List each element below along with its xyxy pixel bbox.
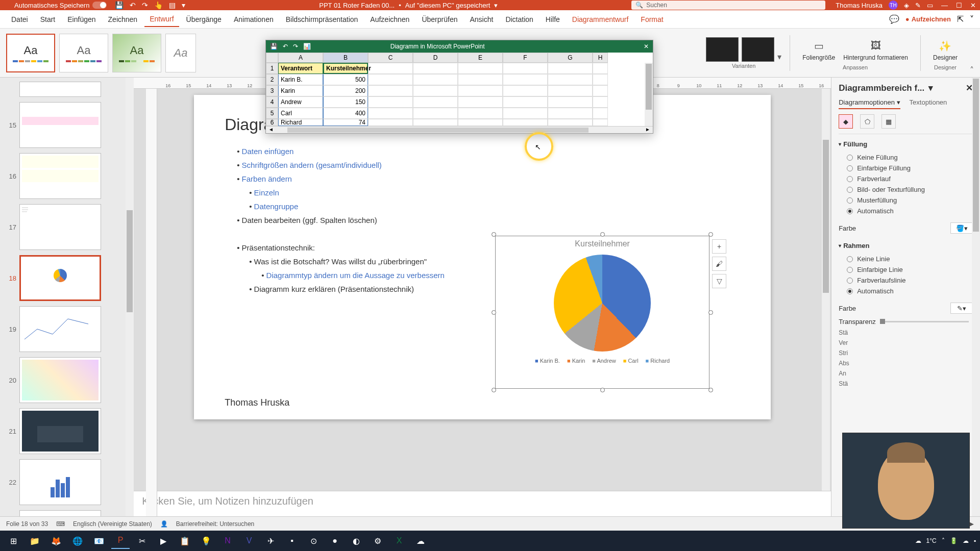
tab-datei[interactable]: Datei xyxy=(6,12,33,27)
row-header-1[interactable]: 1 xyxy=(266,63,278,74)
section-fill[interactable]: Füllung xyxy=(839,140,973,148)
col-header-g[interactable]: G xyxy=(548,53,593,63)
tab-zeichnen[interactable]: Zeichnen xyxy=(103,12,143,27)
user-avatar[interactable]: TH xyxy=(889,1,898,10)
variant-2[interactable] xyxy=(742,37,774,62)
variants-more-icon[interactable]: ▾ xyxy=(777,52,781,62)
share-icon[interactable]: ⇱ xyxy=(957,14,964,24)
datasheet-scroll-v[interactable] xyxy=(645,63,653,126)
row-header-4[interactable]: 4 xyxy=(266,96,278,108)
chart-title[interactable]: Kursteilnehmer xyxy=(496,239,709,248)
firefox-icon[interactable]: 🦊 xyxy=(47,533,65,549)
tab-hilfe[interactable]: Hilfe xyxy=(541,12,565,27)
tab-animationen[interactable]: Animationen xyxy=(229,12,279,27)
undo-icon[interactable]: ↶ xyxy=(130,1,136,9)
document-title[interactable]: PPT 01 Roter Faden 00... • Auf "diesem P… xyxy=(319,2,498,9)
radio-pattern-fill[interactable]: Musterfüllung xyxy=(847,195,973,206)
tab-dictation[interactable]: Dictation xyxy=(500,12,538,27)
border-color-button[interactable]: ✎▾ xyxy=(950,303,973,314)
col-header-d[interactable]: D xyxy=(413,53,458,63)
chevron-down-icon[interactable]: ▾ xyxy=(494,2,498,9)
thumb-20[interactable] xyxy=(19,357,101,403)
theme-2[interactable]: Aa xyxy=(59,34,108,72)
row-header-2[interactable]: 2 xyxy=(266,74,278,85)
col-header-c[interactable]: C xyxy=(368,53,413,63)
cell-a1[interactable]: Verantwort xyxy=(278,63,323,74)
col-header-a[interactable]: A xyxy=(278,53,323,63)
start-button[interactable]: ⊞ xyxy=(4,533,22,549)
size-props-icon[interactable]: ▦ xyxy=(881,114,896,129)
datasheet-header[interactable]: 💾 ↶ ↷ 📊 Diagramm in Microsoft PowerPoint… xyxy=(266,40,653,53)
tab-diagrammentwurf[interactable]: Diagrammentwurf xyxy=(567,12,633,27)
thumb-14-partial[interactable] xyxy=(19,82,101,97)
tab-aufzeichnen[interactable]: Aufzeichnen xyxy=(365,12,414,27)
radio-auto-line[interactable]: Automatisch xyxy=(847,286,973,296)
radio-gradient-line[interactable]: Farbverlaufslinie xyxy=(847,275,973,286)
thumb-21[interactable] xyxy=(19,408,101,454)
chart-object[interactable]: Kursteilnehmer Karin B. Karin Andrew Car… xyxy=(495,236,709,389)
settings-icon[interactable]: ⚙ xyxy=(369,533,387,549)
pane-tab-options[interactable]: Diagrammoptionen ▾ xyxy=(839,98,900,109)
cell-a2[interactable]: Karin B. xyxy=(278,74,323,85)
vlc-icon[interactable]: ▶ xyxy=(154,533,173,549)
radio-gradient-fill[interactable]: Farbverlauf xyxy=(847,173,973,184)
cell-b2[interactable]: 500 xyxy=(323,74,368,85)
select-all-cell[interactable] xyxy=(266,53,278,63)
close-button[interactable]: ✕ xyxy=(970,2,976,9)
cell-b6[interactable]: 74 xyxy=(323,119,368,126)
ds-chart-icon[interactable]: 📊 xyxy=(303,43,311,50)
telegram-icon[interactable]: ✈ xyxy=(261,533,280,549)
radio-no-fill[interactable]: Keine Füllung xyxy=(847,152,973,163)
thumb-16[interactable] xyxy=(19,153,101,199)
app-icon-4[interactable]: ⊙ xyxy=(304,533,323,549)
tray-cloud-icon[interactable]: ☁ xyxy=(963,537,969,544)
qat-dropdown-icon[interactable]: ▾ xyxy=(182,1,185,9)
format-background-button[interactable]: 🖼 Hintergrund formatieren xyxy=(839,36,912,63)
thumb-18[interactable] xyxy=(19,255,101,301)
fill-color-button[interactable]: 🪣▾ xyxy=(950,222,973,234)
chart-style-button[interactable]: 🖌 xyxy=(712,257,726,271)
app-icon-3[interactable]: ▪ xyxy=(283,533,301,549)
row-header-6[interactable]: 6 xyxy=(266,119,278,126)
temperature[interactable]: 1°C xyxy=(926,537,937,544)
teams-icon[interactable]: V xyxy=(240,533,258,549)
chrome-icon[interactable]: 🌐 xyxy=(68,533,87,549)
slide-canvas[interactable]: Diagramm e Daten einfügen Schriftgrößen … xyxy=(194,95,771,419)
tray-app-icon[interactable]: ▪ xyxy=(974,537,976,544)
record-button[interactable]: Aufzeichnen xyxy=(905,15,951,23)
tab-entwurf[interactable]: Entwurf xyxy=(144,12,179,27)
weather-icon[interactable]: ☁ xyxy=(915,537,921,544)
theme-1[interactable]: Aa xyxy=(6,34,55,72)
fill-line-icon[interactable]: ◆ xyxy=(839,114,853,129)
thumb-22[interactable] xyxy=(19,459,101,505)
autosave-toggle[interactable]: Automatisches Speichern xyxy=(14,2,107,9)
tab-uebergaenge[interactable]: Übergänge xyxy=(181,12,227,27)
cell-b4[interactable]: 150 xyxy=(323,96,368,108)
designer-button[interactable]: ✨ Designer xyxy=(929,36,962,63)
app-icon-7[interactable]: ☁ xyxy=(411,533,430,549)
radio-no-line[interactable]: Keine Linie xyxy=(847,254,973,264)
collapse-ribbon-icon[interactable]: ˅ xyxy=(970,14,974,24)
cell-b5[interactable]: 400 xyxy=(323,108,368,119)
cell-b3[interactable]: 200 xyxy=(323,85,368,96)
redo-icon[interactable]: ↷ xyxy=(142,1,148,9)
window-icon[interactable]: ▭ xyxy=(927,2,933,9)
powerpoint-icon[interactable]: P xyxy=(111,533,130,549)
save-icon[interactable]: 💾 xyxy=(115,1,124,9)
variant-1[interactable] xyxy=(706,37,739,62)
slide-counter[interactable]: Folie 18 von 33 xyxy=(6,520,48,528)
row-header-3[interactable]: 3 xyxy=(266,85,278,96)
collapse-icon[interactable]: ˄ xyxy=(970,65,974,75)
col-header-h[interactable]: H xyxy=(593,53,608,63)
tab-bildschirm[interactable]: Bildschirmpräsentation xyxy=(281,12,363,27)
language-indicator[interactable]: Englisch (Vereinigte Staaten) xyxy=(73,520,152,528)
toggle-switch[interactable] xyxy=(92,2,107,9)
comments-icon[interactable]: 💬 xyxy=(889,14,899,24)
section-border[interactable]: Rahmen xyxy=(839,242,973,249)
tab-start[interactable]: Start xyxy=(35,12,61,27)
chart-add-element-button[interactable]: + xyxy=(712,239,726,254)
cell-a5[interactable]: Carl xyxy=(278,108,323,119)
minimize-button[interactable]: — xyxy=(941,2,948,9)
pane-dropdown-icon[interactable]: ▾ xyxy=(928,83,933,93)
thumb-15[interactable] xyxy=(19,102,101,148)
